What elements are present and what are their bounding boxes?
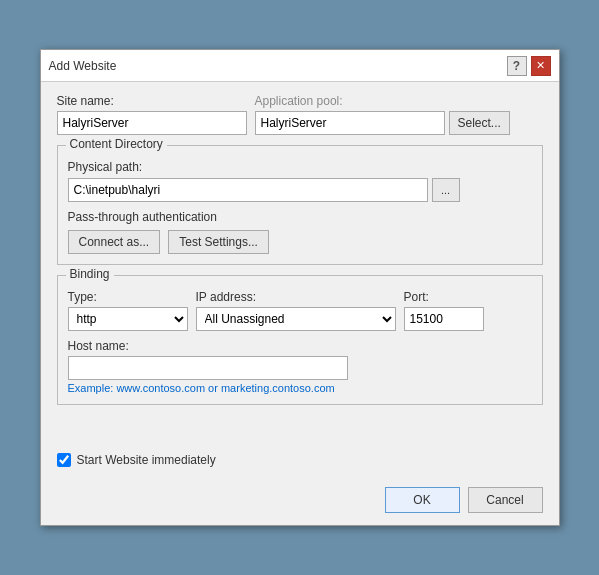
binding-type-ip-port-row: Type: http https IP address: All Unassig… <box>68 290 532 331</box>
auth-action-buttons: Connect as... Test Settings... <box>68 230 532 254</box>
ok-button[interactable]: OK <box>385 487 460 513</box>
content-directory-title: Content Directory <box>66 137 167 151</box>
title-bar: Add Website ? ✕ <box>41 50 559 82</box>
physical-path-label: Physical path: <box>68 160 143 174</box>
example-text: Example: www.contoso.com or marketing.co… <box>68 382 532 394</box>
content-directory-group: Content Directory Physical path: ... Pas… <box>57 145 543 265</box>
browse-button[interactable]: ... <box>432 178 460 202</box>
host-name-field-group: Host name: <box>68 339 532 380</box>
connect-as-button[interactable]: Connect as... <box>68 230 161 254</box>
site-app-pool-row: Site name: Application pool: Select... <box>57 94 543 135</box>
physical-path-row: ... <box>68 178 532 202</box>
spacer <box>57 415 543 445</box>
title-bar-buttons: ? ✕ <box>507 56 551 76</box>
help-button[interactable]: ? <box>507 56 527 76</box>
site-name-group: Site name: <box>57 94 247 135</box>
ip-select[interactable]: All Unassigned <box>196 307 396 331</box>
start-website-label: Start Website immediately <box>77 453 216 467</box>
site-name-label: Site name: <box>57 94 247 108</box>
title-bar-left: Add Website <box>49 59 117 73</box>
physical-path-section: Physical path: ... <box>68 160 532 202</box>
add-website-dialog: Add Website ? ✕ Site name: Application p… <box>40 49 560 526</box>
start-website-row: Start Website immediately <box>57 453 543 467</box>
cancel-button[interactable]: Cancel <box>468 487 543 513</box>
test-settings-button[interactable]: Test Settings... <box>168 230 269 254</box>
physical-path-input[interactable] <box>68 178 428 202</box>
type-select[interactable]: http https <box>68 307 188 331</box>
select-app-pool-button[interactable]: Select... <box>449 111 510 135</box>
type-label: Type: <box>68 290 188 304</box>
app-pool-label: Application pool: <box>255 94 510 108</box>
bottom-area: Start Website immediately <box>57 445 543 467</box>
ip-field-group: IP address: All Unassigned <box>196 290 396 331</box>
dialog-title: Add Website <box>49 59 117 73</box>
close-button[interactable]: ✕ <box>531 56 551 76</box>
pass-through-label: Pass-through authentication <box>68 210 532 224</box>
binding-title: Binding <box>66 267 114 281</box>
type-field-group: Type: http https <box>68 290 188 331</box>
host-name-input[interactable] <box>68 356 348 380</box>
port-label: Port: <box>404 290 484 304</box>
site-name-input[interactable] <box>57 111 247 135</box>
port-field-group: Port: <box>404 290 484 331</box>
dialog-body: Site name: Application pool: Select... C… <box>41 82 559 479</box>
port-input[interactable] <box>404 307 484 331</box>
dialog-buttons: OK Cancel <box>41 479 559 525</box>
app-pool-input[interactable] <box>255 111 445 135</box>
start-website-checkbox[interactable] <box>57 453 71 467</box>
host-name-label: Host name: <box>68 339 532 353</box>
ip-label: IP address: <box>196 290 396 304</box>
app-pool-group: Application pool: Select... <box>255 94 510 135</box>
binding-group: Binding Type: http https IP address: All… <box>57 275 543 405</box>
